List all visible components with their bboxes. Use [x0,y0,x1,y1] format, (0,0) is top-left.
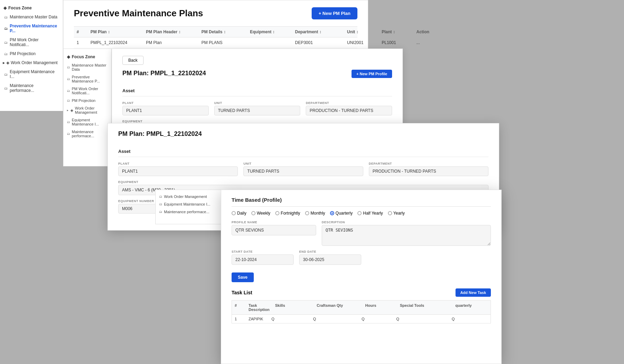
radio-fortnightly[interactable]: Fortnightly [275,211,300,216]
l2-sidebar-pm-proj[interactable]: 🗂 PM Projection [63,97,111,104]
new-pm-profile-button[interactable]: + New PM Profile [352,70,392,78]
radio-circle-fortnightly [275,211,279,215]
sidebar-item-equipment[interactable]: 🗂 Equipment Maintenance I... [0,67,63,81]
radio-monthly[interactable]: Monthly [305,211,325,216]
hash-icon-l2: ◈ [67,54,70,59]
expand-icon: ▸ [67,109,69,112]
l3-asset-section: Asset [118,149,488,157]
task-list-section: Task List Add New Task # Task Descriptio… [232,288,491,323]
l2-sidebar-pm-work[interactable]: 🗂 PM Work Order Notificati... [63,85,111,97]
task-table-header: # Task Description Skills Craftsman Qty … [232,300,491,315]
l3-asset-field-group-1: PLANT PLANT1 UNIT TURNED PARTS DEPARTMEN… [118,162,488,176]
mini-sidebar-work-order[interactable]: 🗂 Work Order Management [156,193,221,200]
file-icon-4: 🗂 [4,52,8,56]
mini-sidebar-maint[interactable]: 🗂 Maintenance performace... [156,208,221,216]
sidebar-item-work-order[interactable]: ▸ ◈ Work Order Management [0,58,63,67]
time-based-profile-panel: Time Based (Profile) Daily Weekly Fortni… [221,190,502,364]
file-icon-3: 🗂 [4,41,8,44]
col-num: # [74,29,88,34]
start-date-field: START DATE [232,250,294,265]
end-date-input[interactable] [299,254,361,265]
layer2-sidebar: ◈ Focus Zone 🗂 Maintenance Master Data 🗂… [63,49,112,166]
unit-label: UNIT [214,101,301,105]
file-icon-5: 🗂 [4,72,8,76]
sidebar-item-preventive[interactable]: 🗂 Preventive Maintenance P... [0,21,63,35]
hash-icon: ◈ [3,6,7,10]
radio-half-yearly[interactable]: Half Yearly [357,211,383,216]
radio-circle-half-yearly [357,211,362,215]
description-field: DESCRIPTION QTR SEVIONS [322,220,491,246]
task-list-title: Task List [232,290,252,295]
col-task-num: # [232,303,246,312]
col-skills: Skills [272,303,314,312]
l3-unit-value: TURNED PARTS [243,166,363,176]
plant-value: PLANT1 [122,106,209,115]
l3-pm-plan-header-row: PM Plan: PMPL_1_22102024 [118,130,488,143]
grid-icon: ◈ [6,60,9,65]
end-date-field: END DATE [299,250,361,265]
col-unit: Unit ↕ [344,29,379,34]
dept-label: DEPARTMENT [306,101,392,105]
profile-name-input[interactable] [232,225,316,235]
l2-sidebar-master[interactable]: 🗂 Maintenance Master Data [63,61,111,73]
l2-sidebar-equip[interactable]: 🗂 Equipment Maintenance I... [63,116,111,128]
l3-unit-field: UNIT TURNED PARTS [243,162,363,176]
l3-dept-value: PRODUCTION - TURNED PARTS [369,166,488,176]
col-pm-details: PM Details ↕ [199,29,247,34]
sidebar-item-pm-work-order[interactable]: 🗂 PM Work Order Notificati... [0,35,63,49]
sidebar-item-pm-projection[interactable]: 🗂 PM Projection [0,49,63,58]
l3-unit-label: UNIT [243,162,363,165]
radio-weekly[interactable]: Weekly [251,211,270,216]
l3-dept-label: DEPARTMENT [369,162,488,165]
table-row[interactable]: 1 PMPL_1_22102024 PM Plan PM PLANS DEP30… [74,37,357,48]
file-icon: 🗂 [67,66,70,69]
l3-pm-plan-title: PM Plan: PMPL_1_22102024 [118,130,202,138]
file-icon: 🗂 [159,195,162,198]
l2-sidebar-preventive[interactable]: 🗂 Preventive Maintenance P... [63,73,111,85]
radio-daily[interactable]: Daily [232,211,246,216]
radio-circle-weekly [251,211,255,215]
equip-label: EQUIPMENT [122,120,392,123]
col-hours: Hours [363,303,397,312]
l3-plant-value: PLANT1 [118,166,238,176]
file-icon: 🗂 [67,77,70,81]
back-button-l2[interactable]: Back [122,56,144,65]
col-department: Department ↕ [292,29,344,34]
l3-plant-field: PLANT PLANT1 [118,162,238,176]
plant-label: PLANT [122,101,209,105]
l2-focus-zone[interactable]: ◈ Focus Zone [63,52,111,61]
mini-sidebar-equip[interactable]: 🗂 Equipment Maintenance I... [156,200,221,208]
add-new-task-button[interactable]: Add New Task [456,288,491,297]
description-textarea[interactable]: QTR SEVIONS [322,225,491,246]
task-table-row[interactable]: 1 ZAPIPIK Q Q Q Q Q [232,315,491,323]
pm-plan-header-row: PM Plan: PMPL_1_22102024 + New PM Profil… [122,70,392,83]
expand-arrow-icon: ▸ [3,60,5,65]
sidebar: ◈ Focus Zone 🗂 Maintenance Master Data 🗂… [0,0,63,111]
sidebar-item-maintenance-perf[interactable]: 🗂 Maintenance performace... [0,81,63,95]
file-icon: 🗂 [159,202,162,206]
start-date-input[interactable] [232,254,294,265]
l3-plant-label: PLANT [118,162,238,165]
save-button[interactable]: Save [232,272,254,282]
file-icon: 🗂 [67,120,70,124]
radio-circle-monthly [305,211,309,215]
file-icon-2: 🗂 [4,27,8,31]
new-pm-plan-button[interactable]: + New PM Plan [312,7,357,19]
dept-value: PRODUCTION - TURNED PARTS [306,106,392,115]
pm-plan-title-l2: PM Plan: PMPL_1_22102024 [122,70,206,77]
radio-yearly[interactable]: Yearly [388,211,405,216]
sidebar-item-maintenance-master[interactable]: 🗂 Maintenance Master Data [0,12,63,21]
unit-field: UNIT TURNED PARTS [214,101,301,115]
department-field: DEPARTMENT PRODUCTION - TURNED PARTS [306,101,392,115]
radio-circle-yearly [388,211,392,215]
l3-equip-num-value: M006 [118,204,160,214]
l2-sidebar-work-order[interactable]: ▸ ◈ Work Order Management [63,104,111,116]
time-based-title: Time Based (Profile) [232,197,491,207]
l2-sidebar-maint-perf[interactable]: 🗂 Maintenance performace... [63,128,111,140]
col-pm-plan: PM Plan ↕ [88,29,143,34]
sidebar-focus-zone[interactable]: ◈ Focus Zone [0,3,63,12]
file-icon: 🗂 [67,89,70,93]
file-icon: 🗂 [159,210,162,214]
radio-quarterly[interactable]: Quarterly [330,211,353,216]
grid-icon-l2: ◈ [70,108,73,113]
